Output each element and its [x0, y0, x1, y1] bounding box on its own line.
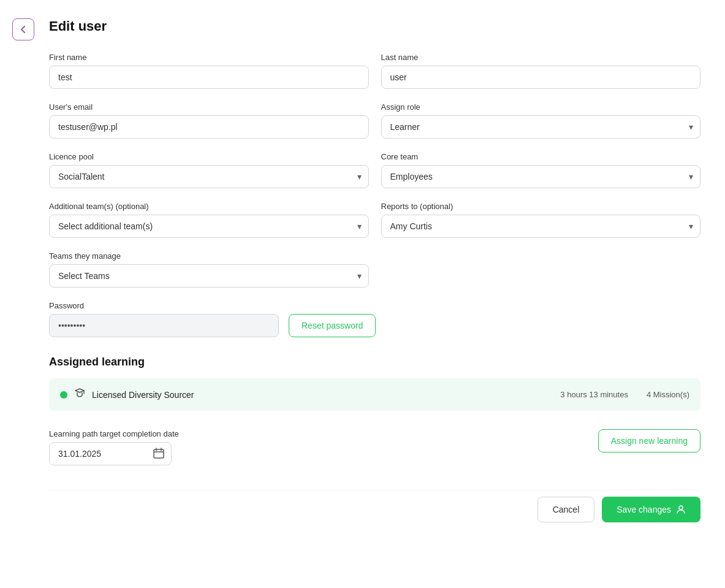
- assigned-learning-row: Licensed Diversity Sourcer 3 hours 13 mi…: [49, 378, 700, 411]
- first-name-input[interactable]: [49, 66, 369, 89]
- reports-to-select-wrapper: Amy Curtis ▾: [381, 215, 701, 238]
- learning-duration: 3 hours 13 minutes: [560, 390, 628, 399]
- date-input-wrapper: [49, 442, 172, 465]
- teams-manage-label: Teams they manage: [49, 251, 369, 261]
- back-button[interactable]: [12, 18, 34, 40]
- teams-manage-spacer: [381, 251, 701, 288]
- reports-to-label: Reports to (optional): [381, 202, 701, 211]
- password-input[interactable]: [49, 314, 279, 337]
- password-row: Password Reset password: [49, 301, 700, 337]
- teams-manage-select-wrapper: Select Teams ▾: [49, 264, 369, 288]
- svg-point-1: [679, 506, 683, 510]
- licence-pool-select-wrapper: SocialTalent ▾: [49, 165, 369, 188]
- learning-right: 3 hours 13 minutes 4 Mission(s): [560, 390, 689, 399]
- last-name-label: Last name: [381, 53, 701, 62]
- core-team-group: Core team Employees ▾: [381, 152, 701, 188]
- password-label: Password: [49, 301, 279, 310]
- footer-actions: Cancel Save changes: [49, 490, 700, 522]
- last-name-group: Last name: [381, 53, 701, 89]
- assign-role-select[interactable]: Learner Manager Admin: [381, 115, 701, 139]
- licence-pool-select[interactable]: SocialTalent: [49, 165, 369, 188]
- save-changes-button[interactable]: Save changes: [602, 497, 700, 522]
- licence-pool-label: Licence pool: [49, 152, 369, 161]
- teams-manage-group: Teams they manage Select Teams ▾: [49, 251, 369, 288]
- completion-date-label: Learning path target completion date: [49, 429, 598, 438]
- email-role-row: User's email Assign role Learner Manager…: [49, 102, 700, 139]
- assign-role-label: Assign role: [381, 102, 701, 112]
- first-name-label: First name: [49, 53, 369, 62]
- assign-new-learning-button[interactable]: Assign new learning: [598, 429, 700, 452]
- teams-manage-row: Teams they manage Select Teams ▾: [49, 251, 700, 288]
- last-name-input[interactable]: [381, 66, 701, 89]
- completion-section: Learning path target completion date Ass…: [49, 429, 700, 465]
- learning-icon: [74, 387, 86, 402]
- email-label: User's email: [49, 102, 369, 112]
- core-team-select[interactable]: Employees: [381, 165, 701, 188]
- completion-left: Learning path target completion date: [49, 429, 598, 465]
- teams-manage-select[interactable]: Select Teams: [49, 264, 369, 288]
- licence-pool-group: Licence pool SocialTalent ▾: [49, 152, 369, 188]
- learning-name: Licensed Diversity Sourcer: [92, 390, 194, 400]
- save-user-icon: [676, 505, 686, 514]
- assign-role-select-wrapper: Learner Manager Admin ▾: [381, 115, 701, 139]
- additional-teams-select-wrapper: Select additional team(s) ▾: [49, 215, 369, 238]
- core-team-label: Core team: [381, 152, 701, 161]
- reports-to-select[interactable]: Amy Curtis: [381, 215, 701, 238]
- email-group: User's email: [49, 102, 369, 139]
- learning-missions: 4 Mission(s): [647, 390, 689, 399]
- name-row: First name Last name: [49, 53, 700, 89]
- cancel-button[interactable]: Cancel: [537, 497, 595, 522]
- assigned-learning-title: Assigned learning: [49, 356, 700, 368]
- learning-left: Licensed Diversity Sourcer: [60, 387, 194, 402]
- additional-reports-row: Additional team(s) (optional) Select add…: [49, 202, 700, 238]
- email-input[interactable]: [49, 115, 369, 139]
- core-team-select-wrapper: Employees ▾: [381, 165, 701, 188]
- first-name-group: First name: [49, 53, 369, 89]
- licence-core-row: Licence pool SocialTalent ▾ Core team Em…: [49, 152, 700, 188]
- completion-date-input[interactable]: [49, 442, 172, 465]
- additional-teams-group: Additional team(s) (optional) Select add…: [49, 202, 369, 238]
- reset-password-button[interactable]: Reset password: [289, 314, 376, 337]
- active-status-dot: [60, 391, 67, 399]
- password-group: Password: [49, 301, 279, 337]
- page-title: Edit user: [49, 18, 700, 34]
- additional-teams-label: Additional team(s) (optional): [49, 202, 369, 211]
- additional-teams-select[interactable]: Select additional team(s): [49, 215, 369, 238]
- assign-role-group: Assign role Learner Manager Admin ▾: [381, 102, 701, 139]
- reports-to-group: Reports to (optional) Amy Curtis ▾: [381, 202, 701, 238]
